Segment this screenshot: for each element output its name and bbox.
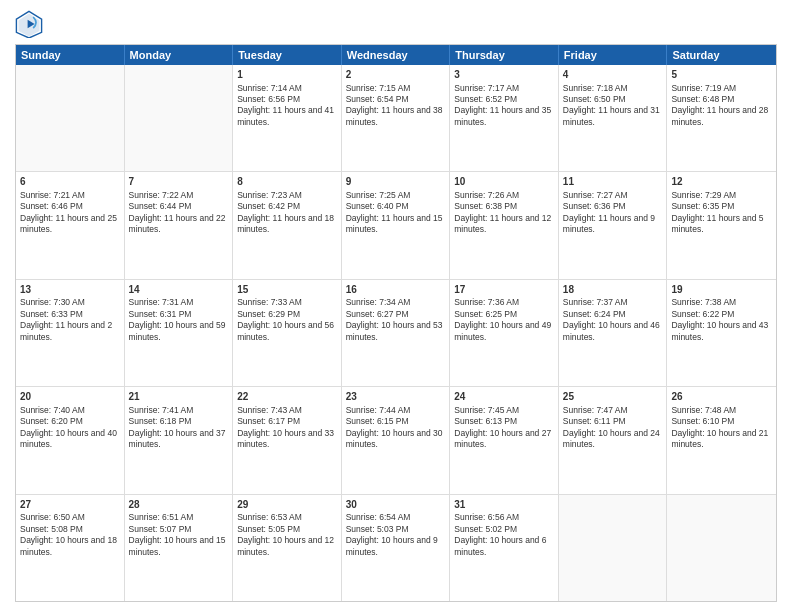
calendar: SundayMondayTuesdayWednesdayThursdayFrid… (15, 44, 777, 602)
day-info: Daylight: 11 hours and 28 minutes. (671, 105, 772, 128)
day-cell-21: 21Sunrise: 7:41 AMSunset: 6:18 PMDayligh… (125, 387, 234, 493)
day-info: Daylight: 10 hours and 53 minutes. (346, 320, 446, 343)
day-info: Sunset: 6:54 PM (346, 94, 446, 105)
day-info: Sunset: 6:29 PM (237, 309, 337, 320)
day-info: Sunrise: 7:31 AM (129, 297, 229, 308)
day-number: 9 (346, 175, 446, 189)
day-number: 8 (237, 175, 337, 189)
day-number: 27 (20, 498, 120, 512)
day-cell-12: 12Sunrise: 7:29 AMSunset: 6:35 PMDayligh… (667, 172, 776, 278)
day-cell-5: 5Sunrise: 7:19 AMSunset: 6:48 PMDaylight… (667, 65, 776, 171)
day-info: Sunset: 5:08 PM (20, 524, 120, 535)
day-number: 25 (563, 390, 663, 404)
day-cell-24: 24Sunrise: 7:45 AMSunset: 6:13 PMDayligh… (450, 387, 559, 493)
day-info: Sunrise: 7:26 AM (454, 190, 554, 201)
day-cell-26: 26Sunrise: 7:48 AMSunset: 6:10 PMDayligh… (667, 387, 776, 493)
day-info: Sunrise: 7:21 AM (20, 190, 120, 201)
day-number: 7 (129, 175, 229, 189)
day-info: Sunset: 6:36 PM (563, 201, 663, 212)
day-info: Sunrise: 7:33 AM (237, 297, 337, 308)
day-info: Daylight: 11 hours and 9 minutes. (563, 213, 663, 236)
day-number: 24 (454, 390, 554, 404)
day-cell-6: 6Sunrise: 7:21 AMSunset: 6:46 PMDaylight… (16, 172, 125, 278)
day-info: Sunrise: 6:53 AM (237, 512, 337, 523)
day-number: 14 (129, 283, 229, 297)
day-info: Sunrise: 7:40 AM (20, 405, 120, 416)
day-cell-16: 16Sunrise: 7:34 AMSunset: 6:27 PMDayligh… (342, 280, 451, 386)
day-info: Sunset: 6:33 PM (20, 309, 120, 320)
day-info: Sunset: 6:15 PM (346, 416, 446, 427)
day-info: Sunset: 5:03 PM (346, 524, 446, 535)
day-info: Sunset: 5:05 PM (237, 524, 337, 535)
calendar-body: 1Sunrise: 7:14 AMSunset: 6:56 PMDaylight… (16, 65, 776, 601)
day-info: Sunset: 5:02 PM (454, 524, 554, 535)
day-info: Sunrise: 7:15 AM (346, 83, 446, 94)
day-number: 17 (454, 283, 554, 297)
day-info: Sunrise: 7:29 AM (671, 190, 772, 201)
day-info: Daylight: 11 hours and 18 minutes. (237, 213, 337, 236)
day-info: Daylight: 10 hours and 24 minutes. (563, 428, 663, 451)
day-info: Daylight: 10 hours and 9 minutes. (346, 535, 446, 558)
day-cell-14: 14Sunrise: 7:31 AMSunset: 6:31 PMDayligh… (125, 280, 234, 386)
day-cell-20: 20Sunrise: 7:40 AMSunset: 6:20 PMDayligh… (16, 387, 125, 493)
day-info: Sunset: 6:35 PM (671, 201, 772, 212)
day-cell-1: 1Sunrise: 7:14 AMSunset: 6:56 PMDaylight… (233, 65, 342, 171)
day-info: Sunrise: 7:22 AM (129, 190, 229, 201)
day-number: 26 (671, 390, 772, 404)
day-info: Sunset: 6:22 PM (671, 309, 772, 320)
day-info: Sunset: 5:07 PM (129, 524, 229, 535)
day-info: Sunset: 6:40 PM (346, 201, 446, 212)
day-number: 10 (454, 175, 554, 189)
day-cell-3: 3Sunrise: 7:17 AMSunset: 6:52 PMDaylight… (450, 65, 559, 171)
empty-cell (559, 495, 668, 601)
logo (15, 10, 45, 38)
calendar-row-3: 13Sunrise: 7:30 AMSunset: 6:33 PMDayligh… (16, 279, 776, 386)
header-cell-thursday: Thursday (450, 45, 559, 65)
empty-cell (667, 495, 776, 601)
header-cell-sunday: Sunday (16, 45, 125, 65)
day-number: 15 (237, 283, 337, 297)
day-number: 16 (346, 283, 446, 297)
day-cell-23: 23Sunrise: 7:44 AMSunset: 6:15 PMDayligh… (342, 387, 451, 493)
day-cell-25: 25Sunrise: 7:47 AMSunset: 6:11 PMDayligh… (559, 387, 668, 493)
day-number: 18 (563, 283, 663, 297)
day-info: Daylight: 11 hours and 31 minutes. (563, 105, 663, 128)
day-cell-7: 7Sunrise: 7:22 AMSunset: 6:44 PMDaylight… (125, 172, 234, 278)
day-info: Sunrise: 7:34 AM (346, 297, 446, 308)
calendar-row-5: 27Sunrise: 6:50 AMSunset: 5:08 PMDayligh… (16, 494, 776, 601)
day-info: Sunset: 6:42 PM (237, 201, 337, 212)
day-info: Sunrise: 6:51 AM (129, 512, 229, 523)
day-info: Sunrise: 6:54 AM (346, 512, 446, 523)
day-info: Sunset: 6:24 PM (563, 309, 663, 320)
empty-cell (125, 65, 234, 171)
day-cell-27: 27Sunrise: 6:50 AMSunset: 5:08 PMDayligh… (16, 495, 125, 601)
day-cell-29: 29Sunrise: 6:53 AMSunset: 5:05 PMDayligh… (233, 495, 342, 601)
day-info: Sunrise: 7:14 AM (237, 83, 337, 94)
day-info: Daylight: 10 hours and 21 minutes. (671, 428, 772, 451)
day-cell-9: 9Sunrise: 7:25 AMSunset: 6:40 PMDaylight… (342, 172, 451, 278)
day-cell-22: 22Sunrise: 7:43 AMSunset: 6:17 PMDayligh… (233, 387, 342, 493)
day-info: Daylight: 11 hours and 38 minutes. (346, 105, 446, 128)
day-cell-10: 10Sunrise: 7:26 AMSunset: 6:38 PMDayligh… (450, 172, 559, 278)
day-info: Sunrise: 6:50 AM (20, 512, 120, 523)
day-number: 19 (671, 283, 772, 297)
day-info: Daylight: 11 hours and 41 minutes. (237, 105, 337, 128)
day-info: Daylight: 10 hours and 12 minutes. (237, 535, 337, 558)
day-info: Daylight: 11 hours and 5 minutes. (671, 213, 772, 236)
day-info: Daylight: 11 hours and 15 minutes. (346, 213, 446, 236)
day-info: Sunset: 6:56 PM (237, 94, 337, 105)
header-cell-friday: Friday (559, 45, 668, 65)
header-cell-saturday: Saturday (667, 45, 776, 65)
day-number: 6 (20, 175, 120, 189)
day-info: Sunrise: 7:44 AM (346, 405, 446, 416)
day-number: 12 (671, 175, 772, 189)
day-cell-30: 30Sunrise: 6:54 AMSunset: 5:03 PMDayligh… (342, 495, 451, 601)
logo-icon (15, 10, 43, 38)
day-cell-13: 13Sunrise: 7:30 AMSunset: 6:33 PMDayligh… (16, 280, 125, 386)
day-cell-28: 28Sunrise: 6:51 AMSunset: 5:07 PMDayligh… (125, 495, 234, 601)
day-info: Daylight: 10 hours and 43 minutes. (671, 320, 772, 343)
day-info: Sunset: 6:31 PM (129, 309, 229, 320)
empty-cell (16, 65, 125, 171)
day-info: Sunset: 6:50 PM (563, 94, 663, 105)
day-info: Sunset: 6:48 PM (671, 94, 772, 105)
